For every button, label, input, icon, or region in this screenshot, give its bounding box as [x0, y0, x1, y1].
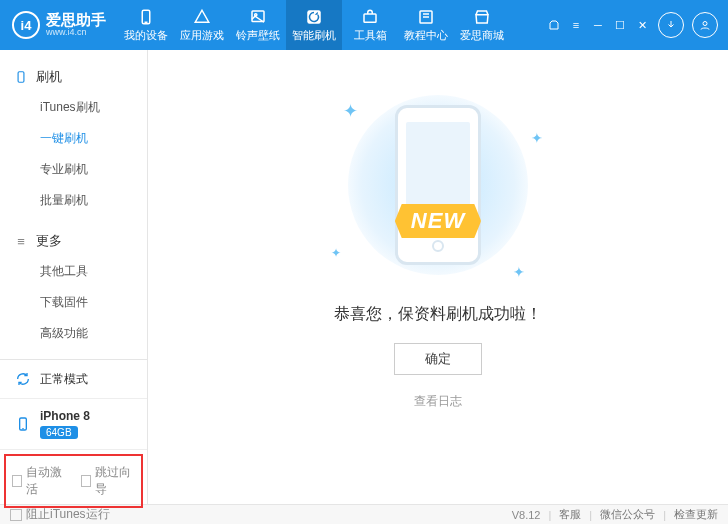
check-update-link[interactable]: 检查更新 — [674, 507, 718, 522]
device-info[interactable]: iPhone 8 64GB — [0, 399, 147, 450]
toolbox-icon — [361, 8, 379, 26]
sidebar-item-itunes-flash[interactable]: iTunes刷机 — [0, 92, 147, 123]
store-icon — [473, 8, 491, 26]
sync-icon — [14, 370, 32, 388]
svg-point-9 — [703, 22, 707, 26]
nav-tutorials[interactable]: 教程中心 — [398, 0, 454, 50]
user-icon[interactable] — [692, 12, 718, 38]
svg-rect-2 — [252, 11, 264, 22]
nav-devices[interactable]: 我的设备 — [118, 0, 174, 50]
menu-lines-icon: ≡ — [14, 234, 28, 248]
minimize-icon[interactable]: ─ — [590, 17, 606, 33]
sparkle-icon: ✦ — [331, 246, 341, 260]
logo-badge: i4 — [12, 11, 40, 39]
status-bar: 阻止iTunes运行 V8.12 | 客服 | 微信公众号 | 检查更新 — [0, 504, 728, 524]
flash-options-highlighted: 自动激活 跳过向导 — [4, 454, 143, 508]
brand-logo: i4 爱思助手 www.i4.cn — [0, 11, 118, 39]
new-ribbon: NEW — [395, 204, 481, 238]
image-icon — [249, 8, 267, 26]
mode-label: 正常模式 — [40, 371, 88, 388]
sidebar-item-download-firmware[interactable]: 下载固件 — [0, 287, 147, 318]
nav-ringtones[interactable]: 铃声壁纸 — [230, 0, 286, 50]
sparkle-icon: ✦ — [513, 264, 525, 280]
nav-toolbox[interactable]: 工具箱 — [342, 0, 398, 50]
version-label: V8.12 — [512, 509, 541, 521]
view-log-link[interactable]: 查看日志 — [414, 393, 462, 410]
device-name: iPhone 8 — [40, 409, 90, 423]
group-title: 刷机 — [36, 68, 62, 86]
svg-rect-5 — [364, 14, 376, 22]
auto-activate-checkbox[interactable]: 自动激活 — [12, 464, 67, 498]
phone-graphic — [395, 105, 481, 265]
maximize-icon[interactable]: ☐ — [612, 17, 628, 33]
sidebar-item-other-tools[interactable]: 其他工具 — [0, 256, 147, 287]
device-phone-icon — [14, 415, 32, 433]
phone-icon — [137, 8, 155, 26]
ok-button[interactable]: 确定 — [394, 343, 482, 375]
sidebar-item-advanced[interactable]: 高级功能 — [0, 318, 147, 349]
svg-rect-10 — [18, 72, 24, 83]
success-illustration: ✦ ✦ ✦ ✦ NEW — [323, 90, 553, 280]
nav-store[interactable]: 爱思商城 — [454, 0, 510, 50]
top-nav: 我的设备 应用游戏 铃声壁纸 智能刷机 工具箱 教程中心 爱思商城 — [118, 0, 542, 50]
device-storage-badge: 64GB — [40, 426, 78, 439]
app-header: i4 爱思助手 www.i4.cn 我的设备 应用游戏 铃声壁纸 智能刷机 工具… — [0, 0, 728, 50]
refresh-icon — [305, 8, 323, 26]
nav-apps[interactable]: 应用游戏 — [174, 0, 230, 50]
block-itunes-checkbox[interactable]: 阻止iTunes运行 — [10, 506, 110, 523]
group-title: 更多 — [36, 232, 62, 250]
skin-icon[interactable] — [546, 17, 562, 33]
menu-icon[interactable]: ≡ — [568, 17, 584, 33]
sidebar-item-batch-flash[interactable]: 批量刷机 — [0, 185, 147, 216]
header-controls: ≡ ─ ☐ ✕ — [542, 12, 728, 38]
brand-title: 爱思助手 — [46, 12, 106, 29]
wechat-link[interactable]: 微信公众号 — [600, 507, 655, 522]
sidebar-group-more: ≡ 更多 其他工具 下载固件 高级功能 — [0, 226, 147, 349]
sidebar-item-oneclick-flash[interactable]: 一键刷机 — [0, 123, 147, 154]
sparkle-icon: ✦ — [531, 130, 543, 146]
support-link[interactable]: 客服 — [559, 507, 581, 522]
sidebar-item-pro-flash[interactable]: 专业刷机 — [0, 154, 147, 185]
phone-outline-icon — [14, 70, 28, 84]
sidebar-group-flash: 刷机 iTunes刷机 一键刷机 专业刷机 批量刷机 — [0, 62, 147, 216]
close-icon[interactable]: ✕ — [634, 17, 650, 33]
book-icon — [417, 8, 435, 26]
nav-flash[interactable]: 智能刷机 — [286, 0, 342, 50]
brand-subtitle: www.i4.cn — [46, 28, 106, 38]
device-mode[interactable]: 正常模式 — [0, 360, 147, 399]
success-message: 恭喜您，保资料刷机成功啦！ — [334, 304, 542, 325]
sparkle-icon: ✦ — [343, 100, 358, 122]
skip-wizard-checkbox[interactable]: 跳过向导 — [81, 464, 136, 498]
sidebar: 刷机 iTunes刷机 一键刷机 专业刷机 批量刷机 ≡ 更多 其他工具 下载固… — [0, 50, 148, 504]
content-area: ✦ ✦ ✦ ✦ NEW 恭喜您，保资料刷机成功啦！ 确定 查看日志 — [148, 50, 728, 504]
apps-icon — [193, 8, 211, 26]
download-icon[interactable] — [658, 12, 684, 38]
